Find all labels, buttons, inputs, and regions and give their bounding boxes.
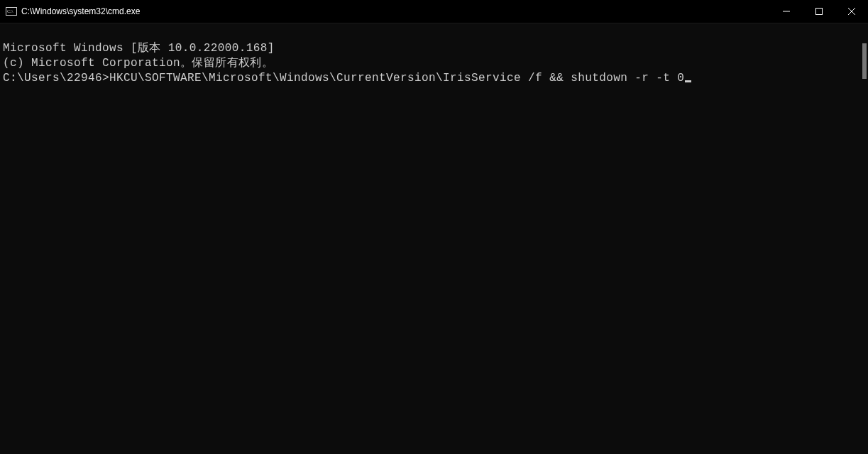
terminal-cursor: [685, 80, 691, 82]
maximize-button[interactable]: [803, 0, 835, 23]
scrollbar-thumb[interactable]: [862, 43, 867, 79]
terminal-area[interactable]: Microsoft Windows [版本 10.0.22000.168](c)…: [0, 23, 868, 454]
minimize-button[interactable]: [770, 0, 803, 23]
terminal-content: Microsoft Windows [版本 10.0.22000.168](c)…: [0, 23, 868, 116]
cmd-icon: C:\: [6, 6, 17, 17]
terminal-command-line: C:\Users\22946>HKCU\SOFTWARE\Microsoft\W…: [3, 71, 868, 86]
scrollbar-track[interactable]: [858, 23, 867, 454]
svg-rect-3: [816, 9, 823, 15]
terminal-prompt: C:\Users\22946>: [3, 72, 109, 85]
window-title: C:\Windows\system32\cmd.exe: [21, 6, 770, 16]
window-controls: [770, 0, 868, 23]
svg-text:C:\: C:\: [7, 9, 13, 14]
close-button[interactable]: [835, 0, 868, 23]
terminal-command: HKCU\SOFTWARE\Microsoft\Windows\CurrentV…: [109, 72, 684, 85]
terminal-line: Microsoft Windows [版本 10.0.22000.168]: [3, 41, 868, 56]
window-titlebar[interactable]: C:\ C:\Windows\system32\cmd.exe: [0, 0, 868, 23]
terminal-line: (c) Microsoft Corporation。保留所有权利。: [3, 56, 868, 71]
